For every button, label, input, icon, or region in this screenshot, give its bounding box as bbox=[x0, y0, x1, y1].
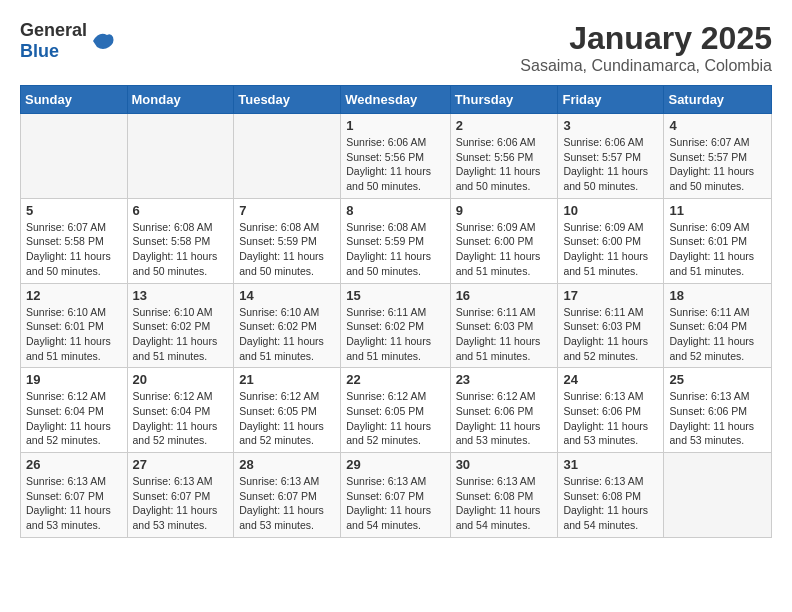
calendar-cell: 2Sunrise: 6:06 AM Sunset: 5:56 PM Daylig… bbox=[450, 114, 558, 199]
header-cell-thursday: Thursday bbox=[450, 86, 558, 114]
day-number: 23 bbox=[456, 372, 553, 387]
day-info: Sunrise: 6:06 AM Sunset: 5:57 PM Dayligh… bbox=[563, 135, 658, 194]
day-info: Sunrise: 6:10 AM Sunset: 6:02 PM Dayligh… bbox=[133, 305, 229, 364]
day-info: Sunrise: 6:13 AM Sunset: 6:07 PM Dayligh… bbox=[239, 474, 335, 533]
header-cell-friday: Friday bbox=[558, 86, 664, 114]
day-number: 9 bbox=[456, 203, 553, 218]
header-cell-sunday: Sunday bbox=[21, 86, 128, 114]
calendar-cell: 28Sunrise: 6:13 AM Sunset: 6:07 PM Dayli… bbox=[234, 453, 341, 538]
calendar-cell: 13Sunrise: 6:10 AM Sunset: 6:02 PM Dayli… bbox=[127, 283, 234, 368]
calendar-cell: 5Sunrise: 6:07 AM Sunset: 5:58 PM Daylig… bbox=[21, 198, 128, 283]
day-info: Sunrise: 6:13 AM Sunset: 6:06 PM Dayligh… bbox=[669, 389, 766, 448]
day-info: Sunrise: 6:09 AM Sunset: 6:00 PM Dayligh… bbox=[456, 220, 553, 279]
calendar-cell: 27Sunrise: 6:13 AM Sunset: 6:07 PM Dayli… bbox=[127, 453, 234, 538]
day-number: 28 bbox=[239, 457, 335, 472]
logo: General Blue bbox=[20, 20, 115, 62]
day-info: Sunrise: 6:12 AM Sunset: 6:05 PM Dayligh… bbox=[346, 389, 444, 448]
day-info: Sunrise: 6:11 AM Sunset: 6:03 PM Dayligh… bbox=[456, 305, 553, 364]
calendar-body: 1Sunrise: 6:06 AM Sunset: 5:56 PM Daylig… bbox=[21, 114, 772, 538]
day-info: Sunrise: 6:10 AM Sunset: 6:02 PM Dayligh… bbox=[239, 305, 335, 364]
day-number: 11 bbox=[669, 203, 766, 218]
day-number: 3 bbox=[563, 118, 658, 133]
calendar-cell: 18Sunrise: 6:11 AM Sunset: 6:04 PM Dayli… bbox=[664, 283, 772, 368]
day-info: Sunrise: 6:13 AM Sunset: 6:08 PM Dayligh… bbox=[456, 474, 553, 533]
day-number: 6 bbox=[133, 203, 229, 218]
day-number: 17 bbox=[563, 288, 658, 303]
calendar-cell: 12Sunrise: 6:10 AM Sunset: 6:01 PM Dayli… bbox=[21, 283, 128, 368]
calendar-cell: 10Sunrise: 6:09 AM Sunset: 6:00 PM Dayli… bbox=[558, 198, 664, 283]
calendar-cell: 15Sunrise: 6:11 AM Sunset: 6:02 PM Dayli… bbox=[341, 283, 450, 368]
day-info: Sunrise: 6:09 AM Sunset: 6:00 PM Dayligh… bbox=[563, 220, 658, 279]
day-info: Sunrise: 6:11 AM Sunset: 6:02 PM Dayligh… bbox=[346, 305, 444, 364]
calendar-cell: 22Sunrise: 6:12 AM Sunset: 6:05 PM Dayli… bbox=[341, 368, 450, 453]
day-info: Sunrise: 6:12 AM Sunset: 6:04 PM Dayligh… bbox=[133, 389, 229, 448]
calendar-cell: 11Sunrise: 6:09 AM Sunset: 6:01 PM Dayli… bbox=[664, 198, 772, 283]
calendar-cell: 25Sunrise: 6:13 AM Sunset: 6:06 PM Dayli… bbox=[664, 368, 772, 453]
calendar-title: January 2025 bbox=[520, 20, 772, 57]
day-number: 20 bbox=[133, 372, 229, 387]
day-number: 30 bbox=[456, 457, 553, 472]
day-info: Sunrise: 6:12 AM Sunset: 6:06 PM Dayligh… bbox=[456, 389, 553, 448]
day-info: Sunrise: 6:13 AM Sunset: 6:07 PM Dayligh… bbox=[26, 474, 122, 533]
day-info: Sunrise: 6:12 AM Sunset: 6:04 PM Dayligh… bbox=[26, 389, 122, 448]
day-info: Sunrise: 6:08 AM Sunset: 5:59 PM Dayligh… bbox=[346, 220, 444, 279]
calendar-cell: 14Sunrise: 6:10 AM Sunset: 6:02 PM Dayli… bbox=[234, 283, 341, 368]
day-info: Sunrise: 6:12 AM Sunset: 6:05 PM Dayligh… bbox=[239, 389, 335, 448]
header-row: SundayMondayTuesdayWednesdayThursdayFrid… bbox=[21, 86, 772, 114]
day-info: Sunrise: 6:13 AM Sunset: 6:08 PM Dayligh… bbox=[563, 474, 658, 533]
day-info: Sunrise: 6:06 AM Sunset: 5:56 PM Dayligh… bbox=[346, 135, 444, 194]
day-info: Sunrise: 6:08 AM Sunset: 5:58 PM Dayligh… bbox=[133, 220, 229, 279]
day-info: Sunrise: 6:10 AM Sunset: 6:01 PM Dayligh… bbox=[26, 305, 122, 364]
day-number: 14 bbox=[239, 288, 335, 303]
week-row-3: 12Sunrise: 6:10 AM Sunset: 6:01 PM Dayli… bbox=[21, 283, 772, 368]
title-block: January 2025 Sasaima, Cundinamarca, Colo… bbox=[520, 20, 772, 75]
calendar-cell: 23Sunrise: 6:12 AM Sunset: 6:06 PM Dayli… bbox=[450, 368, 558, 453]
week-row-5: 26Sunrise: 6:13 AM Sunset: 6:07 PM Dayli… bbox=[21, 453, 772, 538]
calendar-cell: 30Sunrise: 6:13 AM Sunset: 6:08 PM Dayli… bbox=[450, 453, 558, 538]
day-info: Sunrise: 6:13 AM Sunset: 6:06 PM Dayligh… bbox=[563, 389, 658, 448]
day-number: 12 bbox=[26, 288, 122, 303]
day-info: Sunrise: 6:13 AM Sunset: 6:07 PM Dayligh… bbox=[133, 474, 229, 533]
day-info: Sunrise: 6:11 AM Sunset: 6:04 PM Dayligh… bbox=[669, 305, 766, 364]
day-number: 2 bbox=[456, 118, 553, 133]
calendar-cell bbox=[234, 114, 341, 199]
day-number: 4 bbox=[669, 118, 766, 133]
header-cell-wednesday: Wednesday bbox=[341, 86, 450, 114]
day-number: 1 bbox=[346, 118, 444, 133]
calendar-header: SundayMondayTuesdayWednesdayThursdayFrid… bbox=[21, 86, 772, 114]
calendar-cell: 4Sunrise: 6:07 AM Sunset: 5:57 PM Daylig… bbox=[664, 114, 772, 199]
calendar-table: SundayMondayTuesdayWednesdayThursdayFrid… bbox=[20, 85, 772, 538]
day-number: 27 bbox=[133, 457, 229, 472]
calendar-cell: 3Sunrise: 6:06 AM Sunset: 5:57 PM Daylig… bbox=[558, 114, 664, 199]
calendar-cell: 29Sunrise: 6:13 AM Sunset: 6:07 PM Dayli… bbox=[341, 453, 450, 538]
day-number: 5 bbox=[26, 203, 122, 218]
calendar-cell bbox=[21, 114, 128, 199]
day-info: Sunrise: 6:08 AM Sunset: 5:59 PM Dayligh… bbox=[239, 220, 335, 279]
day-info: Sunrise: 6:09 AM Sunset: 6:01 PM Dayligh… bbox=[669, 220, 766, 279]
day-info: Sunrise: 6:11 AM Sunset: 6:03 PM Dayligh… bbox=[563, 305, 658, 364]
calendar-cell: 21Sunrise: 6:12 AM Sunset: 6:05 PM Dayli… bbox=[234, 368, 341, 453]
day-info: Sunrise: 6:06 AM Sunset: 5:56 PM Dayligh… bbox=[456, 135, 553, 194]
day-number: 21 bbox=[239, 372, 335, 387]
day-number: 18 bbox=[669, 288, 766, 303]
day-number: 8 bbox=[346, 203, 444, 218]
calendar-cell: 1Sunrise: 6:06 AM Sunset: 5:56 PM Daylig… bbox=[341, 114, 450, 199]
calendar-cell: 9Sunrise: 6:09 AM Sunset: 6:00 PM Daylig… bbox=[450, 198, 558, 283]
logo-blue-text: Blue bbox=[20, 41, 87, 62]
header-cell-tuesday: Tuesday bbox=[234, 86, 341, 114]
day-number: 16 bbox=[456, 288, 553, 303]
day-number: 7 bbox=[239, 203, 335, 218]
day-number: 15 bbox=[346, 288, 444, 303]
header-cell-saturday: Saturday bbox=[664, 86, 772, 114]
week-row-1: 1Sunrise: 6:06 AM Sunset: 5:56 PM Daylig… bbox=[21, 114, 772, 199]
calendar-cell: 17Sunrise: 6:11 AM Sunset: 6:03 PM Dayli… bbox=[558, 283, 664, 368]
page-header: General Blue January 2025 Sasaima, Cundi… bbox=[20, 20, 772, 75]
day-number: 25 bbox=[669, 372, 766, 387]
day-number: 22 bbox=[346, 372, 444, 387]
day-number: 31 bbox=[563, 457, 658, 472]
logo-general-text: General bbox=[20, 20, 87, 41]
week-row-2: 5Sunrise: 6:07 AM Sunset: 5:58 PM Daylig… bbox=[21, 198, 772, 283]
day-number: 24 bbox=[563, 372, 658, 387]
day-number: 29 bbox=[346, 457, 444, 472]
calendar-subtitle: Sasaima, Cundinamarca, Colombia bbox=[520, 57, 772, 75]
